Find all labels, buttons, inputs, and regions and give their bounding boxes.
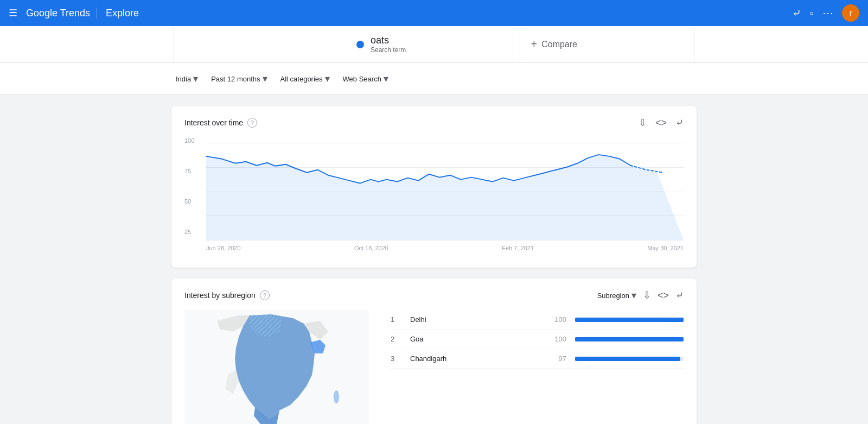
rank-1-name: Delhi (410, 315, 541, 324)
rankings-list: 1 Delhi 100 2 Goa 100 3 (391, 310, 684, 369)
subregion-share-icon[interactable]: ⤶ (675, 289, 684, 301)
category-filter-label: All categories (280, 75, 323, 83)
india-map (184, 310, 369, 419)
brand-explore: Explore (97, 8, 139, 19)
line-chart-svg (206, 143, 684, 240)
subregion-filter-dropdown[interactable]: Subregion ▾ (597, 289, 636, 301)
share-icon[interactable]: ⤶ (792, 7, 801, 20)
svg-point-3 (334, 390, 339, 403)
ranking-item-1: 1 Delhi 100 (391, 310, 684, 330)
rank-2-score: 100 (550, 335, 566, 343)
help-icon[interactable]: ? (247, 118, 257, 128)
menu-icon[interactable]: ☰ (9, 7, 17, 19)
embed-icon[interactable]: <> (655, 117, 667, 129)
y-label-25: 25 (184, 229, 194, 235)
rank-3-name: Chandigarh (410, 355, 541, 363)
app-header: ☰ Google Trends Explore ⤶ ▫ ⋯ r (0, 0, 868, 26)
time-filter[interactable]: Past 12 months ▾ (207, 69, 271, 88)
apps-icon[interactable]: ⋯ (822, 7, 833, 20)
x-label-oct: Oct 18, 2020 (354, 245, 388, 251)
rank-1-score: 100 (550, 315, 566, 324)
compare-plus-icon: + (531, 38, 538, 50)
interest-over-time-card: Interest over time ? ⇩ <> ⤶ 100 75 50 25 (171, 106, 697, 268)
time-filter-label: Past 12 months (211, 75, 260, 83)
avatar[interactable]: r (842, 4, 859, 22)
subregion-header: Interest by subregion ? Subregion ▾ ⇩ <>… (184, 289, 684, 301)
region-filter[interactable]: India ▾ (171, 69, 202, 88)
term-info: oats Search term (371, 35, 406, 54)
card-header: Interest over time ? ⇩ <> ⤶ (184, 117, 684, 129)
rank-3-num: 3 (391, 355, 401, 363)
share-chart-icon[interactable]: ⤶ (675, 117, 684, 129)
rank-3-bar-container (575, 357, 684, 361)
subregion-filter-arrow: ▾ (631, 289, 636, 301)
subregion-embed-icon[interactable]: <> (658, 290, 669, 301)
feedback-icon[interactable]: ▫ (810, 7, 814, 20)
ranking-item-2: 2 Goa 100 (391, 330, 684, 349)
brand: Google Trends Explore (26, 8, 139, 19)
chart-y-labels: 100 75 50 25 (184, 137, 194, 235)
search-type-filter-arrow: ▾ (384, 73, 388, 85)
rank-1-num: 1 (391, 315, 401, 324)
map-svg (184, 310, 369, 424)
subregion-body: 1 Delhi 100 2 Goa 100 3 (184, 310, 684, 419)
subregion-actions: Subregion ▾ ⇩ <> ⤶ (597, 289, 684, 301)
rank-1-bar-container (575, 318, 684, 322)
subregion-title-row: Interest by subregion ? (184, 290, 270, 300)
compare-label: Compare (541, 40, 577, 49)
time-filter-arrow: ▾ (263, 73, 267, 85)
brand-logo: Google Trends (26, 8, 90, 19)
chart-container: 100 75 50 25 (184, 137, 684, 257)
y-label-100: 100 (184, 137, 194, 144)
region-filter-label: India (176, 75, 191, 83)
rank-1-bar (575, 318, 684, 322)
search-type-filter[interactable]: Web Search ▾ (339, 69, 393, 88)
term-dot (356, 41, 364, 48)
subregion-download-icon[interactable]: ⇩ (643, 289, 651, 301)
y-label-50: 50 (184, 198, 194, 205)
main-content: Interest over time ? ⇩ <> ⤶ 100 75 50 25 (0, 95, 868, 424)
rank-2-bar-container (575, 337, 684, 341)
interest-by-subregion-card: Interest by subregion ? Subregion ▾ ⇩ <>… (171, 279, 697, 424)
subregion-help-icon[interactable]: ? (260, 290, 270, 300)
x-label-may: May 30, 2021 (647, 245, 684, 251)
rank-2-bar (575, 337, 684, 341)
download-icon[interactable]: ⇩ (639, 117, 647, 129)
y-label-75: 75 (184, 168, 194, 174)
x-label-jun: Jun 28, 2020 (206, 245, 241, 251)
subregion-filter-label: Subregion (597, 292, 629, 300)
search-term-box[interactable]: oats Search term (346, 26, 520, 62)
term-type: Search term (371, 46, 406, 54)
region-filter-arrow: ▾ (193, 73, 198, 85)
category-filter[interactable]: All categories ▾ (276, 69, 334, 88)
rank-3-bar (575, 357, 680, 361)
category-filter-arrow: ▾ (325, 73, 330, 85)
interest-over-time-title: Interest over time (184, 118, 243, 127)
filters-section: India ▾ Past 12 months ▾ All categories … (0, 63, 868, 95)
term-name: oats (371, 35, 406, 46)
x-label-feb: Feb 7, 2021 (502, 245, 534, 251)
rank-3-score: 97 (550, 355, 566, 363)
rank-2-name: Goa (410, 335, 541, 343)
rank-2-num: 2 (391, 335, 401, 343)
compare-box[interactable]: + Compare (520, 26, 694, 62)
card-actions: ⇩ <> ⤶ (639, 117, 684, 129)
card-title-row: Interest over time ? (184, 118, 257, 128)
search-section: oats Search term + Compare (0, 26, 868, 63)
chart-x-labels: Jun 28, 2020 Oct 18, 2020 Feb 7, 2021 Ma… (206, 241, 684, 251)
search-type-filter-label: Web Search (343, 75, 381, 83)
subregion-title: Interest by subregion (184, 291, 256, 300)
chart-area (206, 143, 684, 241)
ranking-item-3: 3 Chandigarh 97 (391, 349, 684, 369)
